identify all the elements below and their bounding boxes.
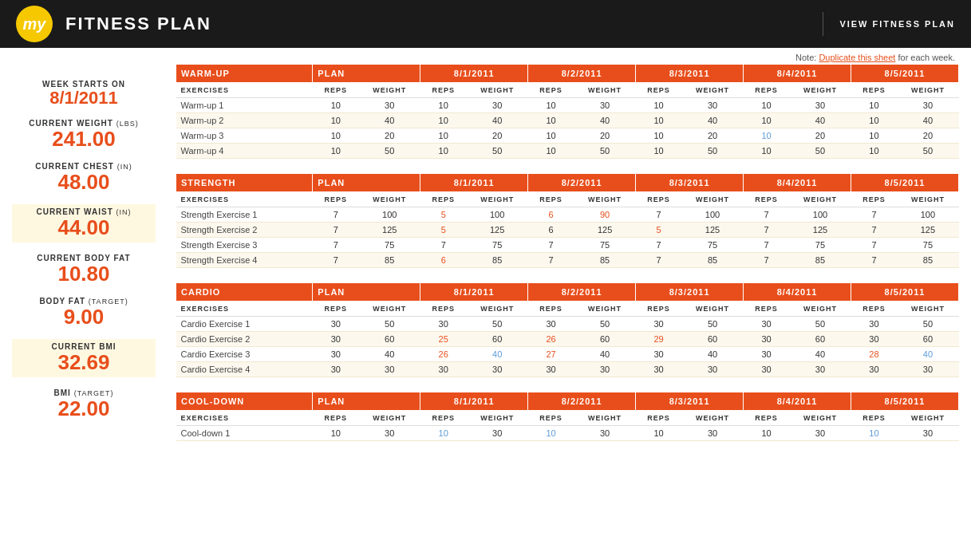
warmup-d1-weight-header: WEIGHT — [467, 83, 528, 98]
day4-weight: 30 — [789, 426, 851, 441]
warmup-d3-reps-header: REPS — [636, 83, 682, 98]
note-prefix: Note: — [795, 53, 819, 62]
cooldown-date4-header: 8/4/2011 — [744, 392, 851, 411]
note-line: Note: Duplicate this sheet for each week… — [0, 48, 971, 64]
cardio-date3-header: 8/3/2011 — [636, 283, 744, 302]
sidebar: WEEK STARTS ON 8/1/2011 CURRENT WEIGHT (… — [0, 64, 168, 467]
view-plan-button[interactable]: VIEW FITNESS PLAN — [839, 19, 955, 29]
day2-reps: 6 — [528, 207, 574, 223]
day5-reps: 7 — [851, 223, 898, 238]
cooldown-date1-header: 8/1/2011 — [420, 392, 528, 411]
day3-reps: 7 — [636, 238, 682, 253]
table-row: Warm-up 2104010401040104010401040 — [176, 113, 959, 128]
content-area: WARM-UP PLAN 8/1/2011 8/2/2011 8/3/2011 … — [168, 64, 971, 467]
day1-reps: 30 — [420, 317, 467, 332]
strength-subheader-row: EXERCISES REPS WEIGHT REPS WEIGHT REPS W… — [176, 192, 959, 207]
day3-weight: 60 — [681, 332, 743, 347]
week-starts-value: 8/1/2011 — [12, 89, 156, 108]
plan-reps: 10 — [313, 98, 359, 113]
warmup-d2-weight-header: WEIGHT — [574, 83, 636, 98]
day2-reps: 30 — [528, 317, 574, 332]
day1-weight: 60 — [467, 332, 528, 347]
day1-weight: 20 — [467, 128, 528, 144]
plan-weight: 85 — [359, 253, 420, 268]
day2-reps: 10 — [528, 426, 574, 441]
day4-reps: 10 — [744, 98, 790, 113]
day5-reps: 10 — [851, 426, 898, 441]
plan-weight: 125 — [359, 223, 420, 238]
day1-weight: 125 — [467, 223, 528, 238]
table-row: Warm-up 3102010201020102010201020 — [176, 128, 959, 144]
current-bodyfat-value: 10.80 — [12, 262, 156, 286]
day2-weight: 60 — [574, 332, 636, 347]
warmup-header-row: WARM-UP PLAN 8/1/2011 8/2/2011 8/3/2011 … — [176, 65, 959, 83]
bodyfat-target-label: BODY FAT (TARGET) — [12, 297, 156, 306]
exercise-name: Cardio Exercise 3 — [176, 347, 313, 362]
warmup-d5-weight-header: WEIGHT — [897, 83, 958, 98]
day1-reps: 10 — [420, 113, 467, 128]
day5-reps: 28 — [851, 347, 898, 362]
cooldown-date5-header: 8/5/2011 — [851, 392, 959, 411]
day5-weight: 40 — [897, 347, 958, 362]
header-divider — [823, 12, 823, 36]
day4-reps: 30 — [744, 317, 790, 332]
cooldown-header-row: COOL-DOWN PLAN 8/1/2011 8/2/2011 8/3/201… — [176, 392, 959, 411]
warmup-plan-reps-header: REPS — [313, 83, 359, 98]
strength-header-row: STRENGTH PLAN 8/1/2011 8/2/2011 8/3/2011… — [176, 174, 959, 192]
exercise-name: Cardio Exercise 4 — [176, 362, 313, 377]
current-chest-section: CURRENT CHEST (IN) 48.00 — [12, 162, 156, 194]
day2-weight: 30 — [574, 98, 636, 113]
day4-weight: 60 — [789, 332, 851, 347]
day1-weight: 30 — [467, 98, 528, 113]
app-title: FITNESS PLAN — [65, 14, 211, 34]
warmup-d3-weight-header: WEIGHT — [681, 83, 743, 98]
day1-reps: 10 — [420, 144, 467, 159]
day4-weight: 50 — [789, 144, 851, 159]
strength-section: STRENGTH PLAN 8/1/2011 8/2/2011 8/3/2011… — [176, 173, 959, 268]
day3-weight: 85 — [681, 253, 743, 268]
day1-weight: 50 — [467, 144, 528, 159]
plan-reps: 10 — [313, 144, 359, 159]
exercise-name: Cardio Exercise 2 — [176, 332, 313, 347]
day3-reps: 7 — [636, 207, 682, 223]
table-row: Strength Exercise 3775775775775775775 — [176, 238, 959, 253]
day4-reps: 10 — [744, 426, 790, 441]
day3-reps: 10 — [636, 113, 682, 128]
day3-weight: 100 — [681, 207, 743, 223]
note-suffix: for each week. — [895, 53, 955, 62]
day5-reps: 7 — [851, 238, 898, 253]
day5-reps: 10 — [851, 144, 898, 159]
day1-weight: 75 — [467, 238, 528, 253]
warmup-date1-header: 8/1/2011 — [420, 65, 528, 83]
day4-weight: 30 — [789, 98, 851, 113]
exercise-name: Warm-up 2 — [176, 113, 313, 128]
plan-weight: 50 — [359, 144, 420, 159]
day2-weight: 75 — [574, 238, 636, 253]
plan-reps: 7 — [313, 207, 359, 223]
day4-weight: 75 — [789, 238, 851, 253]
day5-weight: 85 — [897, 253, 958, 268]
cooldown-plan-header: PLAN — [313, 392, 420, 411]
day2-reps: 10 — [528, 128, 574, 144]
day5-weight: 30 — [897, 362, 958, 377]
day2-reps: 7 — [528, 238, 574, 253]
day3-weight: 125 — [681, 223, 743, 238]
day3-weight: 30 — [681, 362, 743, 377]
day2-weight: 20 — [574, 128, 636, 144]
current-weight-value: 241.00 — [12, 128, 156, 151]
plan-weight: 50 — [359, 317, 420, 332]
table-row: Cardio Exercise 430303030303030303030303… — [176, 362, 959, 377]
day2-weight: 40 — [574, 113, 636, 128]
warmup-table: WARM-UP PLAN 8/1/2011 8/2/2011 8/3/2011 … — [176, 64, 959, 159]
plan-reps: 10 — [313, 128, 359, 144]
week-starts-section: WEEK STARTS ON 8/1/2011 — [12, 80, 156, 108]
duplicate-link[interactable]: Duplicate this sheet — [819, 53, 895, 62]
warmup-date3-header: 8/3/2011 — [636, 65, 744, 83]
day5-reps: 7 — [851, 207, 898, 223]
table-row: Strength Exercise 2712551256125512571257… — [176, 223, 959, 238]
day3-reps: 30 — [636, 347, 682, 362]
table-row: Strength Exercise 4785685785785785785 — [176, 253, 959, 268]
day3-weight: 30 — [681, 426, 743, 441]
plan-weight: 100 — [359, 207, 420, 223]
day1-reps: 25 — [420, 332, 467, 347]
